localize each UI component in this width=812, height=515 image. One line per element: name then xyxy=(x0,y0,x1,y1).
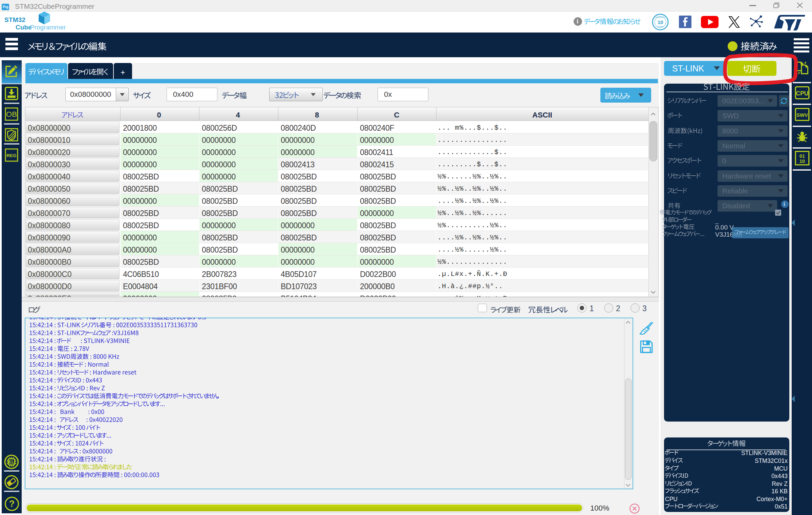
svg-text:10: 10 xyxy=(658,19,663,25)
svg-text:?: ? xyxy=(9,499,15,509)
svg-text:REG: REG xyxy=(6,153,16,158)
svg-text:LONGEVITY: LONGEVITY xyxy=(656,16,665,18)
svg-text:10: 10 xyxy=(799,158,805,164)
svg-text:SWV: SWV xyxy=(796,112,808,118)
svg-text:YEARS: YEARS xyxy=(658,26,664,28)
svg-text:OB: OB xyxy=(6,110,17,119)
svg-text:01: 01 xyxy=(799,153,805,159)
svg-text:CPU: CPU xyxy=(796,90,808,97)
svg-text:EL: EL xyxy=(9,460,14,465)
